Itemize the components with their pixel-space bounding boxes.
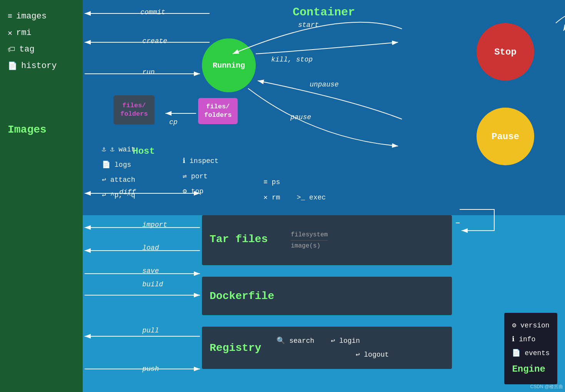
sidebar-item-images[interactable]: ≡ images bbox=[8, 12, 75, 21]
sidebar-item-rmi[interactable]: ✕ rmi bbox=[8, 28, 75, 38]
history-icon: 📄 bbox=[8, 61, 17, 71]
sidebar: ≡ images ✕ rmi 🏷 tag 📄 history Images bbox=[0, 0, 83, 392]
tar-images: image(s) bbox=[291, 243, 328, 249]
dockerfile-title: Dockerfile bbox=[210, 290, 274, 302]
arrow-save-label: save bbox=[142, 267, 159, 275]
tar-files-title: Tar files bbox=[210, 233, 268, 245]
images-icon: ≡ bbox=[8, 12, 12, 21]
section-label-images: Images bbox=[8, 124, 75, 136]
sidebar-item-history[interactable]: 📄 history bbox=[8, 61, 75, 71]
tar-filesystem: filesystem bbox=[291, 231, 328, 238]
main-content: Container Running Stop Pause files/folde… bbox=[83, 0, 565, 392]
files-container-box: files/folders bbox=[198, 98, 238, 124]
registry-commands: 🔍 search ↩ login ↩ logout bbox=[277, 334, 389, 362]
arrow-import-label: import bbox=[142, 221, 167, 229]
cmd-col3: ≡ ps ✕ rm >_ exec bbox=[263, 175, 326, 205]
cmd-col2: ℹ inspect ⇌ port ⚙ top bbox=[183, 154, 218, 199]
files-host-box: files/folders bbox=[113, 95, 155, 125]
rmi-icon: ✕ bbox=[8, 28, 12, 38]
running-state: Running bbox=[202, 38, 256, 92]
arrow-run-label: run bbox=[142, 68, 155, 76]
arrow-kill-stop-label: kill, stop bbox=[271, 56, 313, 63]
host-label: Host bbox=[133, 146, 155, 156]
arrow-unpause-label: unpause bbox=[310, 81, 339, 88]
arrow-diff-label: diff bbox=[119, 188, 136, 196]
stop-state: Stop bbox=[477, 23, 534, 81]
dockerfile-section: Dockerfile bbox=[202, 277, 452, 315]
arrow-pause-label: pause bbox=[290, 113, 311, 121]
container-title: Container bbox=[293, 6, 355, 19]
arrow-cp-label: cp bbox=[169, 118, 178, 126]
sidebar-item-label: history bbox=[21, 61, 57, 71]
sidebar-item-tag[interactable]: 🏷 tag bbox=[8, 45, 75, 54]
arrow-load-label: load bbox=[142, 244, 159, 252]
arrow-create-label: create bbox=[142, 37, 167, 45]
arrow-push-label: push bbox=[142, 365, 159, 373]
tag-icon: 🏷 bbox=[8, 45, 15, 54]
engine-box: ⚙ version ℹ info 📄 events Engine bbox=[504, 313, 557, 384]
arrow-build-label: build bbox=[142, 281, 163, 288]
pause-state: Pause bbox=[477, 108, 534, 165]
sidebar-item-label: images bbox=[16, 12, 47, 21]
watermark: CSDN @楼宫曲 bbox=[530, 384, 563, 390]
arrow-commit-label: commit bbox=[140, 8, 165, 16]
sidebar-item-label: rmi bbox=[16, 28, 32, 38]
registry-title: Registry bbox=[210, 342, 261, 354]
arrow-pull-label: pull bbox=[142, 327, 159, 334]
sidebar-item-label: tag bbox=[19, 45, 35, 54]
container-section: Container Running Stop Pause files/folde… bbox=[83, 0, 565, 215]
engine-title: Engine bbox=[512, 360, 550, 379]
tar-files-section: Tar files filesystem image(s) bbox=[202, 215, 452, 265]
arrow-start-label: start bbox=[298, 21, 319, 29]
registry-section: Registry 🔍 search ↩ login ↩ logout bbox=[202, 327, 452, 369]
